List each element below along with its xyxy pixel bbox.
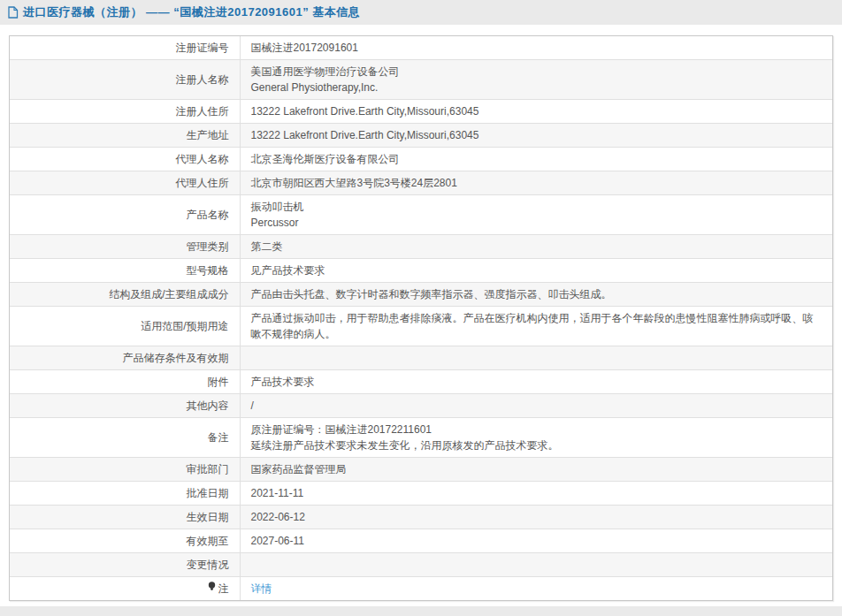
document-icon: [7, 6, 19, 19]
table-row: 其他内容/: [10, 394, 832, 418]
row-label: 附件: [10, 370, 240, 394]
table-row: 注册证编号国械注进20172091601: [10, 36, 832, 60]
row-value: 国家药品监督管理局: [240, 458, 832, 482]
row-label: 生产地址: [10, 124, 240, 148]
row-value: [240, 346, 832, 370]
row-label: 有效期至: [10, 529, 240, 553]
row-label: 其他内容: [10, 394, 240, 418]
row-label: 代理人住所: [10, 171, 240, 195]
note-bulb-icon: [208, 581, 216, 597]
row-value: 产品通过振动叩击，用于帮助患者排除痰液。产品在医疗机构内使用，适用于各个年龄段的…: [240, 307, 832, 346]
row-value: 北京市朝阳区西大望路3号院3号楼24层2801: [240, 171, 832, 195]
row-value: 产品技术要求: [240, 370, 832, 394]
row-label: 结构及组成/主要组成成分: [10, 283, 240, 307]
row-value: 北京圣海伦斯医疗设备有限公司: [240, 148, 832, 171]
table-row: 附件产品技术要求: [10, 370, 832, 394]
row-label: 型号规格: [10, 259, 240, 283]
row-label: 变更情况: [10, 553, 240, 577]
row-label: 注册人住所: [10, 100, 240, 124]
table-row: 管理类别第二类: [10, 235, 832, 259]
row-label: 注: [10, 577, 240, 601]
table-row: 适用范围/预期用途产品通过振动叩击，用于帮助患者排除痰液。产品在医疗机构内使用，…: [10, 307, 832, 346]
row-value: [240, 553, 832, 577]
table-row: 备注原注册证编号：国械注进20172211601 延续注册产品技术要求未发生变化…: [10, 418, 832, 458]
info-table-body: 注册证编号国械注进20172091601注册人名称美国通用医学物理治疗设备公司 …: [10, 36, 832, 600]
row-value: 见产品技术要求: [240, 259, 832, 283]
row-label-text: 注: [218, 581, 229, 597]
row-value: 2021-11-11: [240, 482, 832, 506]
row-value: 2022-06-12: [240, 506, 832, 529]
table-row: 审批部门国家药品监督管理局: [10, 458, 832, 482]
row-label: 注册人名称: [10, 60, 240, 100]
content-panel: 注册证编号国械注进20172091601注册人名称美国通用医学物理治疗设备公司 …: [0, 25, 842, 606]
row-value: 国械注进20172091601: [240, 36, 832, 60]
row-label: 产品储存条件及有效期: [10, 346, 240, 370]
table-row: 结构及组成/主要组成成分产品由击头托盘、数字计时器和数字频率指示器、强度指示器、…: [10, 283, 832, 307]
row-value: 美国通用医学物理治疗设备公司 General Physiotherapy,Inc…: [240, 60, 832, 100]
row-label: 产品名称: [10, 195, 240, 235]
table-row: 产品名称振动叩击机 Percussor: [10, 195, 832, 235]
info-table: 注册证编号国械注进20172091601注册人名称美国通用医学物理治疗设备公司 …: [9, 35, 833, 601]
page-title: 进口医疗器械（注册） —— “国械注进20172091601” 基本信息: [23, 4, 360, 20]
row-value: 13222 Lakefront Drive.Earth City,Missour…: [240, 100, 832, 124]
table-row: 产品储存条件及有效期: [10, 346, 832, 370]
table-row: 批准日期2021-11-11: [10, 482, 832, 506]
table-row: 注册人住所13222 Lakefront Drive.Earth City,Mi…: [10, 100, 832, 124]
table-row: 代理人住所北京市朝阳区西大望路3号院3号楼24层2801: [10, 171, 832, 195]
row-label: 批准日期: [10, 482, 240, 506]
row-value: 13222 Lakefront Drive.Earth City,Missour…: [240, 124, 832, 148]
row-value: 产品由击头托盘、数字计时器和数字频率指示器、强度指示器、叩击头组成。: [240, 283, 832, 307]
table-row: 型号规格见产品技术要求: [10, 259, 832, 283]
row-label: 代理人名称: [10, 148, 240, 171]
page-header: 进口医疗器械（注册） —— “国械注进20172091601” 基本信息: [0, 0, 842, 25]
row-value: 振动叩击机 Percussor: [240, 195, 832, 235]
table-row: 生产地址13222 Lakefront Drive.Earth City,Mis…: [10, 124, 832, 148]
row-label: 生效日期: [10, 506, 240, 529]
row-value: 第二类: [240, 235, 832, 259]
row-value: 2027-06-11: [240, 529, 832, 553]
details-link[interactable]: 详情: [251, 582, 272, 595]
table-row: 生效日期2022-06-12: [10, 506, 832, 529]
table-row: 注详情: [10, 577, 832, 601]
table-row: 有效期至2027-06-11: [10, 529, 832, 553]
table-row: 代理人名称北京圣海伦斯医疗设备有限公司: [10, 148, 832, 171]
row-label: 管理类别: [10, 235, 240, 259]
row-label: 注册证编号: [10, 36, 240, 60]
table-row: 注册人名称美国通用医学物理治疗设备公司 General Physiotherap…: [10, 60, 832, 100]
row-value: 原注册证编号：国械注进20172211601 延续注册产品技术要求未发生变化，沿…: [240, 418, 832, 458]
row-value: /: [240, 394, 832, 418]
row-label: 适用范围/预期用途: [10, 307, 240, 346]
row-label: 备注: [10, 418, 240, 458]
table-row: 变更情况: [10, 553, 832, 577]
row-label: 审批部门: [10, 458, 240, 482]
row-value: 详情: [240, 577, 832, 601]
